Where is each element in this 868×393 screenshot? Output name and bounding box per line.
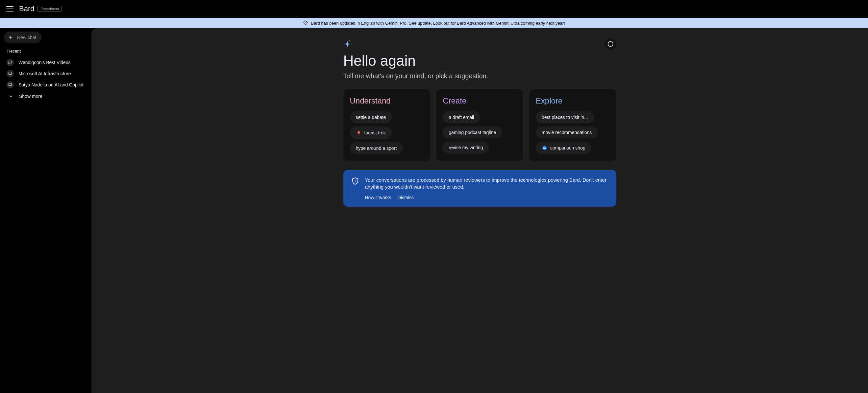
sidebar-chat-label: Wendigoon's Best Videos (19, 60, 71, 65)
new-chat-label: New chat (17, 35, 36, 40)
spark-icon (343, 40, 351, 48)
svg-point-1 (542, 145, 547, 150)
new-chat-button[interactable]: New chat (4, 32, 41, 43)
sidebar-chat-label: Satya Nadella on AI and Copilot (19, 82, 84, 88)
svg-rect-3 (355, 181, 355, 183)
hero-subtitle: Tell me what's on your mind, or pick a s… (343, 72, 616, 80)
verified-icon (303, 20, 308, 26)
suggestion-chip[interactable]: hype around a sport (350, 142, 403, 154)
flights-icon (542, 145, 548, 151)
show-more-button[interactable]: Show more (3, 90, 47, 102)
card-explore: Explore best places to visit in... movie… (529, 89, 616, 161)
chip-label: movie recommendations (542, 130, 592, 135)
suggestion-chip[interactable]: movie recommendations (536, 127, 598, 138)
notice-text: Your conversations are processed by huma… (365, 176, 609, 190)
card-title-create: Create (443, 96, 517, 105)
chip-label: revise my writing (448, 145, 483, 150)
hamburger-icon (6, 6, 13, 11)
banner-text-2: . Look out for Bard Advanced with Gemini… (431, 21, 565, 26)
refresh-button[interactable] (604, 38, 616, 50)
show-more-label: Show more (19, 94, 42, 99)
svg-point-0 (358, 132, 359, 133)
maps-pin-icon (356, 130, 362, 136)
privacy-notice: Your conversations are processed by huma… (343, 170, 616, 207)
chip-label: tourist trek (365, 130, 386, 135)
chip-label: a draft email (448, 115, 474, 120)
how-it-works-link[interactable]: How it works (365, 195, 391, 200)
chip-label: gaming podcast tagline (448, 130, 496, 135)
card-understand: Understand settle a debate tourist trek (343, 89, 431, 161)
svg-point-2 (354, 180, 355, 181)
refresh-icon (607, 41, 614, 47)
experiment-badge: Experiment (37, 6, 62, 12)
chip-label: settle a debate (356, 115, 386, 120)
suggestion-chip[interactable]: a draft email (443, 111, 480, 123)
recent-label: Recent (3, 48, 89, 54)
suggestion-chip[interactable]: comparison shop (536, 142, 591, 154)
suggestion-chip[interactable]: best places to visit in... (536, 111, 594, 123)
card-create: Create a draft email gaming podcast tagl… (436, 89, 523, 161)
sidebar-chat-item[interactable]: Wendigoon's Best Videos (3, 57, 89, 68)
sidebar-chat-item[interactable]: Microsoft AI Infrastructure (3, 68, 89, 79)
suggestion-chip[interactable]: gaming podcast tagline (443, 127, 502, 138)
app-header: Bard Experiment (0, 0, 868, 18)
suggestion-chip[interactable]: settle a debate (350, 111, 392, 123)
chip-label: best places to visit in... (542, 115, 588, 120)
main-content: Hello again Tell me what's on your mind,… (91, 28, 868, 393)
sidebar-chat-label: Microsoft AI Infrastructure (19, 71, 71, 76)
chat-icon (7, 81, 14, 88)
chat-icon (7, 70, 14, 77)
sidebar: New chat Recent Wendigoon's Best Videos (0, 28, 91, 393)
shield-icon (351, 177, 359, 200)
chevron-down-icon (7, 94, 14, 99)
chip-label: comparison shop (550, 145, 586, 151)
suggestion-chip[interactable]: tourist trek (350, 127, 392, 139)
sidebar-chat-item[interactable]: Satya Nadella on AI and Copilot (3, 79, 89, 90)
update-banner: Bard has been updated in English with Ge… (0, 18, 868, 28)
dismiss-button[interactable]: Dismiss (398, 195, 414, 200)
card-title-understand: Understand (350, 96, 424, 105)
chip-label: hype around a sport (356, 145, 397, 151)
hero-title: Hello again (343, 53, 616, 69)
app-logo: Bard (19, 5, 34, 13)
menu-button[interactable] (3, 2, 17, 15)
plus-icon (7, 34, 14, 41)
suggestion-chip[interactable]: revise my writing (443, 142, 489, 154)
banner-text-1: Bard has been updated in English with Ge… (311, 21, 407, 26)
card-title-explore: Explore (536, 96, 610, 105)
banner-see-update-link[interactable]: See update (409, 21, 431, 26)
chat-icon (7, 59, 14, 66)
